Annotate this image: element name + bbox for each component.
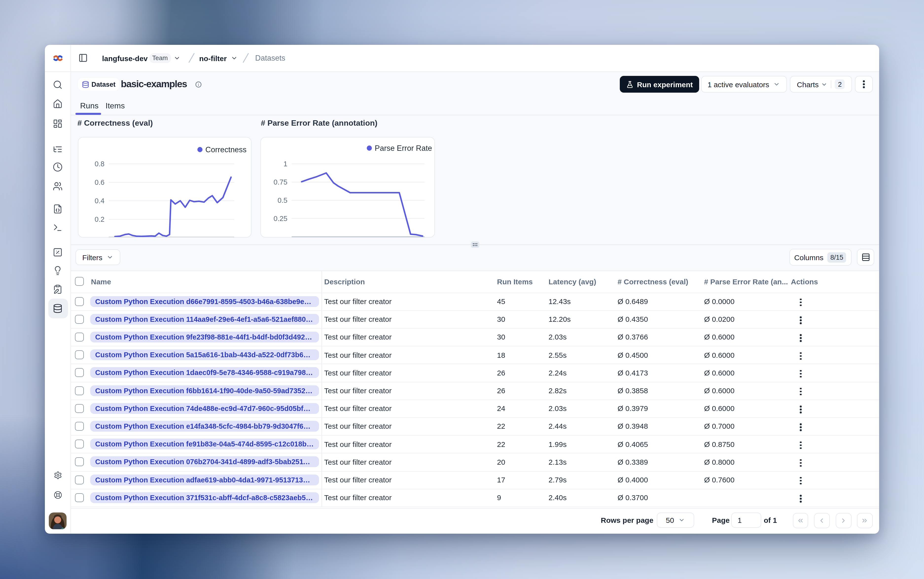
svg-text:0.2: 0.2 xyxy=(95,215,105,223)
svg-text:1: 1 xyxy=(283,160,287,168)
svg-text:0.75: 0.75 xyxy=(274,178,287,186)
svg-text:0.5: 0.5 xyxy=(278,196,287,204)
svg-text:Parse Error Rate: Parse Error Rate xyxy=(375,144,432,152)
svg-text:0.4: 0.4 xyxy=(95,196,105,204)
svg-text:Correctness: Correctness xyxy=(205,145,247,154)
svg-text:0.25: 0.25 xyxy=(274,214,287,222)
svg-text:0.8: 0.8 xyxy=(95,160,105,168)
svg-text:0.6: 0.6 xyxy=(95,178,105,186)
